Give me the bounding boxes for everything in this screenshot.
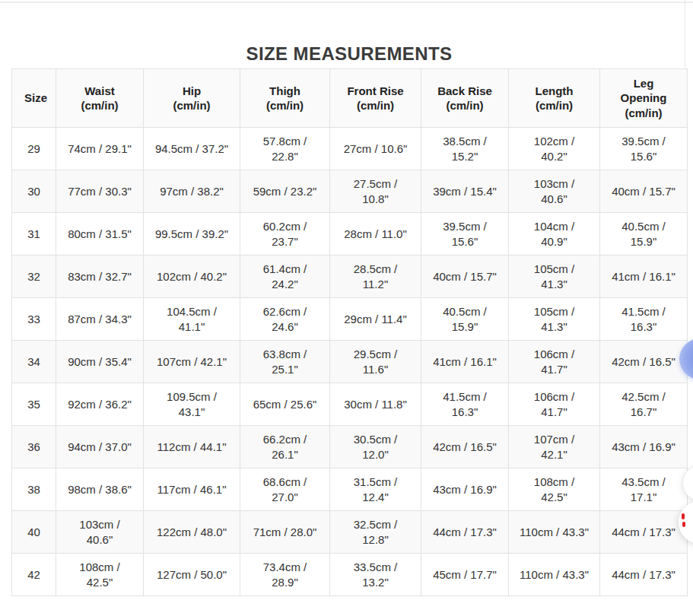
column-header-label: Hip [156, 84, 227, 99]
thigh-cell: 59cm / 23.2" [240, 170, 330, 213]
waist-cell: 103cm / 40.6" [56, 511, 144, 554]
column-header-length: Length (cm/in) [509, 69, 600, 128]
front-rise-cell: 32.5cm / 12.8" [330, 511, 421, 554]
column-header-unit: (cm/in) [342, 98, 408, 113]
leg-opening-cell: 42.5cm / 16.7" [600, 383, 688, 426]
hip-cell: 94.5cm / 37.2" [144, 128, 240, 170]
column-header-label: Waist [68, 84, 131, 99]
front-rise-cell: 27cm / 10.6" [330, 128, 421, 170]
hip-cell: 127cm / 50.0" [144, 554, 240, 596]
front-rise-cell: 33.5cm / 13.2" [330, 554, 421, 596]
hip-cell: 97cm / 38.2" [144, 170, 240, 213]
waist-cell: 94cm / 37.0" [56, 426, 144, 468]
column-header-label: Back Rise [434, 84, 496, 99]
length-cell: 104cm / 40.9" [509, 213, 600, 256]
table-row: 3077cm / 30.3"97cm / 38.2"59cm / 23.2"27… [12, 170, 688, 213]
front-rise-cell: 31.5cm / 12.4" [330, 468, 421, 511]
thigh-cell: 61.4cm / 24.2" [240, 256, 330, 298]
table-row: 3898cm / 38.6"117cm / 46.1"68.6cm / 27.0… [12, 468, 688, 511]
size-cell: 30 [12, 170, 56, 213]
size-cell: 32 [12, 256, 56, 298]
size-measurements-table: Size Waist (cm/in) Hip (cm/in) Thigh (cm… [11, 68, 688, 596]
hip-cell: 107cm / 42.1" [144, 341, 240, 383]
back-rise-cell: 43cm / 16.9" [421, 468, 509, 511]
top-divider-line [0, 2, 693, 3]
size-cell: 35 [12, 383, 56, 426]
length-cell: 106cm / 41.7" [509, 341, 600, 383]
column-header-unit: (cm/in) [156, 98, 227, 113]
table-row: 3283cm / 32.7"102cm / 40.2"61.4cm / 24.2… [12, 256, 688, 298]
column-header-label: Length [521, 84, 587, 99]
waist-cell: 90cm / 35.4" [56, 341, 144, 383]
back-rise-cell: 39cm / 15.4" [421, 170, 509, 213]
column-header-unit: (cm/in) [521, 98, 587, 113]
leg-opening-cell: 44cm / 17.3" [600, 511, 688, 554]
column-header-label: Leg Opening [612, 76, 675, 106]
header-row: Size Waist (cm/in) Hip (cm/in) Thigh (cm… [12, 69, 688, 128]
red-dots-icon [682, 522, 685, 527]
waist-cell: 80cm / 31.5" [56, 213, 144, 256]
table-row: 2974cm / 29.1"94.5cm / 37.2"57.8cm / 22.… [12, 128, 688, 170]
column-header-thigh: Thigh (cm/in) [240, 69, 330, 128]
hip-cell: 102cm / 40.2" [144, 256, 240, 298]
column-header-label: Thigh [253, 84, 317, 99]
length-cell: 106cm / 41.7" [509, 383, 600, 426]
red-dots-icon [682, 513, 685, 519]
waist-cell: 98cm / 38.6" [56, 468, 144, 511]
table-row: 3592cm / 36.2"109.5cm / 43.1"65cm / 25.6… [12, 383, 688, 426]
front-rise-cell: 28cm / 11.0" [330, 213, 421, 256]
length-cell: 102cm / 40.2" [509, 128, 600, 170]
leg-opening-cell: 39.5cm / 15.6" [600, 128, 688, 170]
hip-cell: 99.5cm / 39.2" [144, 213, 240, 256]
thigh-cell: 65cm / 25.6" [240, 383, 330, 426]
leg-opening-cell: 43cm / 16.9" [600, 426, 688, 468]
size-cell: 40 [12, 511, 56, 554]
leg-opening-cell: 41.5cm / 16.3" [600, 298, 688, 341]
thigh-cell: 66.2cm / 26.1" [240, 426, 330, 468]
length-cell: 103cm / 40.6" [509, 170, 600, 213]
column-header-front-rise: Front Rise (cm/in) [330, 69, 421, 128]
size-table-header: Size Waist (cm/in) Hip (cm/in) Thigh (cm… [12, 69, 688, 128]
thigh-cell: 73.4cm / 28.9" [240, 554, 330, 596]
hip-cell: 104.5cm / 41.1" [144, 298, 240, 341]
hip-cell: 117cm / 46.1" [144, 468, 240, 511]
size-cell: 31 [12, 213, 56, 256]
column-header-waist: Waist (cm/in) [56, 69, 144, 128]
waist-cell: 74cm / 29.1" [56, 128, 144, 170]
length-cell: 105cm / 41.3" [509, 256, 600, 298]
length-cell: 110cm / 43.3" [509, 511, 600, 554]
column-header-leg-opening: Leg Opening (cm/in) [600, 69, 688, 128]
back-rise-cell: 45cm / 17.7" [421, 554, 509, 596]
leg-opening-cell: 43.5cm / 17.1" [600, 468, 688, 511]
size-cell: 34 [12, 341, 56, 383]
page-title: SIZE MEASUREMENTS [11, 43, 687, 65]
back-rise-cell: 41cm / 16.1" [421, 341, 509, 383]
column-header-size: Size [12, 69, 56, 128]
column-header-unit: (cm/in) [68, 98, 131, 113]
column-header-unit: (cm/in) [253, 98, 317, 113]
thigh-cell: 57.8cm / 22.8" [240, 128, 330, 170]
table-row: 3490cm / 35.4"107cm / 42.1"63.8cm / 25.1… [12, 341, 688, 383]
thigh-cell: 71cm / 28.0" [240, 511, 330, 554]
column-header-label: Size [24, 90, 43, 106]
thigh-cell: 62.6cm / 24.6" [240, 298, 330, 341]
front-rise-cell: 29.5cm / 11.6" [330, 341, 421, 383]
thigh-cell: 68.6cm / 27.0" [240, 468, 330, 511]
table-row: 3387cm / 34.3"104.5cm / 41.1"62.6cm / 24… [12, 298, 688, 341]
hip-cell: 112cm / 44.1" [144, 426, 240, 468]
length-cell: 110cm / 43.3" [509, 554, 600, 596]
back-rise-cell: 40cm / 15.7" [421, 256, 509, 298]
table-row: 40103cm / 40.6"122cm / 48.0"71cm / 28.0"… [12, 511, 688, 554]
front-rise-cell: 29cm / 11.4" [330, 298, 421, 341]
size-cell: 33 [12, 298, 56, 341]
length-cell: 108cm / 42.5" [509, 468, 600, 511]
front-rise-cell: 30cm / 11.8" [330, 383, 421, 426]
waist-cell: 87cm / 34.3" [56, 298, 144, 341]
leg-opening-cell: 44cm / 17.3" [600, 554, 688, 596]
back-rise-cell: 38.5cm / 15.2" [421, 128, 509, 170]
waist-cell: 77cm / 30.3" [56, 170, 144, 213]
thigh-cell: 63.8cm / 25.1" [240, 341, 330, 383]
column-header-unit: (cm/in) [434, 98, 496, 113]
column-header-unit: (cm/in) [612, 106, 675, 121]
length-cell: 105cm / 41.3" [509, 298, 600, 341]
